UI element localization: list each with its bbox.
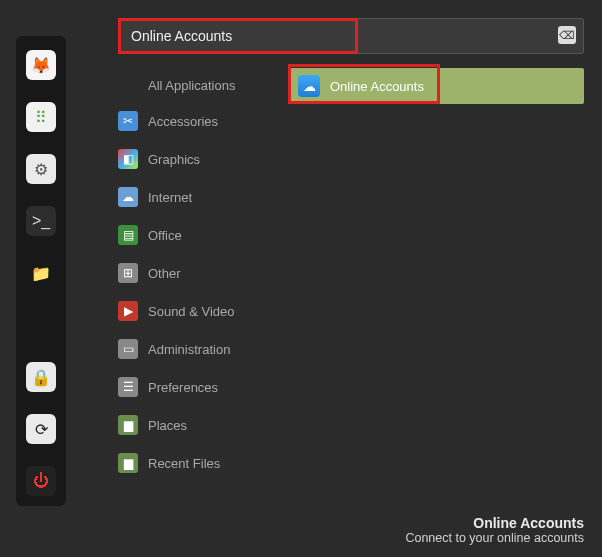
launcher-refresh-icon[interactable]: ⟳ xyxy=(26,414,56,444)
category-item[interactable]: ▆Places xyxy=(118,406,268,444)
category-item[interactable]: ◧Graphics xyxy=(118,140,268,178)
category-item[interactable]: ▆Recent Files xyxy=(118,444,268,482)
category-label: Other xyxy=(148,266,181,281)
start-menu: ⌫ All Applications✂Accessories◧Graphics☁… xyxy=(118,18,584,482)
category-icon: ⊞ xyxy=(118,263,138,283)
cloud-icon: ☁ xyxy=(298,75,320,97)
category-icon: ✂ xyxy=(118,111,138,131)
category-label: Internet xyxy=(148,190,192,205)
category-icon: ☁ xyxy=(118,187,138,207)
launcher-terminal-icon[interactable]: >_ xyxy=(26,206,56,236)
result-online-accounts[interactable]: ☁Online Accounts xyxy=(288,68,584,104)
tooltip-title: Online Accounts xyxy=(405,515,584,531)
category-label: Places xyxy=(148,418,187,433)
launcher-firefox-icon[interactable]: 🦊 xyxy=(26,50,56,80)
category-icon: ▆ xyxy=(118,415,138,435)
category-label: Office xyxy=(148,228,182,243)
category-list: All Applications✂Accessories◧Graphics☁In… xyxy=(118,68,268,482)
app-tooltip: Online Accounts Connect to your online a… xyxy=(405,515,584,545)
category-item[interactable]: ☰Preferences xyxy=(118,368,268,406)
search-wrap: ⌫ xyxy=(118,18,584,54)
category-item[interactable]: ✂Accessories xyxy=(118,102,268,140)
category-item[interactable]: ▶Sound & Video xyxy=(118,292,268,330)
menu-columns: All Applications✂Accessories◧Graphics☁In… xyxy=(118,68,584,482)
clear-search-icon[interactable]: ⌫ xyxy=(558,26,576,44)
category-label: All Applications xyxy=(148,78,235,93)
launcher-settings-icon[interactable]: ⚙ xyxy=(26,154,56,184)
launcher-panel: 🦊⠿⚙>_📁🔒⟳⏻ xyxy=(16,36,66,506)
category-icon: ▶ xyxy=(118,301,138,321)
launcher-power-icon[interactable]: ⏻ xyxy=(26,466,56,496)
category-icon: ▆ xyxy=(118,453,138,473)
category-icon: ▤ xyxy=(118,225,138,245)
launcher-files-icon[interactable]: 📁 xyxy=(26,258,56,288)
category-label: Preferences xyxy=(148,380,218,395)
launcher-lock-icon[interactable]: 🔒 xyxy=(26,362,56,392)
category-label: Recent Files xyxy=(148,456,220,471)
search-input[interactable] xyxy=(118,18,584,54)
result-label: Online Accounts xyxy=(330,79,424,94)
category-item[interactable]: ▤Office xyxy=(118,216,268,254)
results-list: ☁Online Accounts xyxy=(288,68,584,482)
category-item[interactable]: All Applications xyxy=(118,68,268,102)
category-label: Accessories xyxy=(148,114,218,129)
category-label: Graphics xyxy=(148,152,200,167)
category-item[interactable]: ⊞Other xyxy=(118,254,268,292)
category-icon: ◧ xyxy=(118,149,138,169)
category-label: Sound & Video xyxy=(148,304,235,319)
category-label: Administration xyxy=(148,342,230,357)
launcher-apps-icon[interactable]: ⠿ xyxy=(26,102,56,132)
category-icon: ▭ xyxy=(118,339,138,359)
category-item[interactable]: ☁Internet xyxy=(118,178,268,216)
category-icon: ☰ xyxy=(118,377,138,397)
category-item[interactable]: ▭Administration xyxy=(118,330,268,368)
tooltip-description: Connect to your online accounts xyxy=(405,531,584,545)
